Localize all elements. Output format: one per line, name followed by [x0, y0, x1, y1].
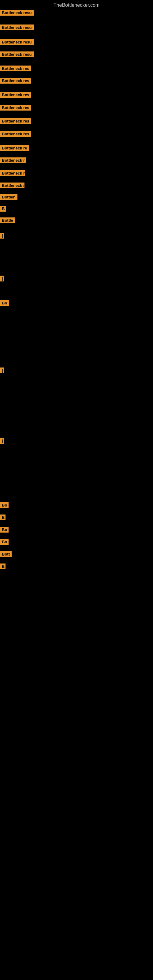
bottleneck-label-16: B — [0, 206, 6, 212]
bottleneck-label-22: | — [0, 438, 4, 444]
bottleneck-label-25: Bo — [0, 527, 9, 533]
bottleneck-label-3: Bottleneck resu — [0, 39, 33, 45]
bottleneck-label-17: Bottle — [0, 218, 15, 223]
bottleneck-label-10: Bottleneck res — [0, 131, 31, 137]
bottleneck-label-24: B — [0, 514, 5, 520]
bottleneck-label-5: Bottleneck res — [0, 65, 31, 72]
bottleneck-label-4: Bottleneck resu — [0, 51, 33, 57]
bottleneck-label-12: Bottleneck r — [0, 158, 26, 163]
bottleneck-label-6: Bottleneck res — [0, 78, 31, 84]
bottleneck-label-26: Bo — [0, 539, 9, 545]
bottleneck-label-7: Bottleneck res — [0, 92, 31, 98]
bottleneck-label-27: Bott — [0, 551, 12, 557]
bottleneck-label-8: Bottleneck res — [0, 105, 31, 111]
bottleneck-label-21: | — [0, 368, 4, 373]
bottleneck-label-13: Bottleneck r — [0, 170, 25, 176]
bottleneck-label-23: Bo — [0, 502, 9, 508]
bottleneck-label-18: | — [0, 233, 4, 239]
bottleneck-label-19: | — [0, 275, 4, 282]
bottleneck-label-14: Bottleneck r — [0, 183, 24, 188]
bottleneck-label-9: Bottleneck res — [0, 118, 31, 124]
bottleneck-label-20: Bo — [0, 300, 9, 306]
bottleneck-label-28: B — [0, 563, 5, 569]
bottleneck-label-2: Bottleneck resu — [0, 24, 33, 30]
bottleneck-label-15: Bottlen — [0, 194, 18, 200]
bottleneck-label-11: Bottleneck re — [0, 145, 29, 151]
bottleneck-label-1: Bottleneck resu — [0, 10, 33, 16]
site-title: TheBottlenecker.com — [0, 0, 153, 10]
